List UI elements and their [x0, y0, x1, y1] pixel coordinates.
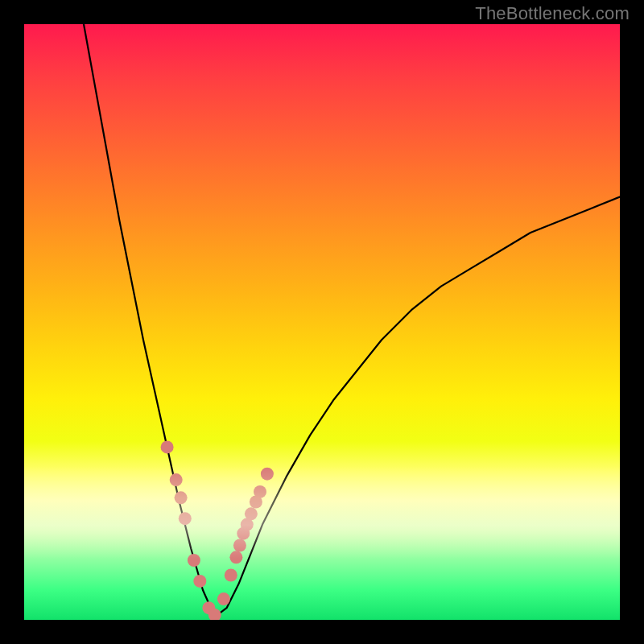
highlight-dot [225, 569, 237, 582]
bottleneck-curve [84, 24, 620, 617]
highlight-dot [175, 491, 188, 504]
highlight-dot [188, 554, 200, 567]
highlight-dot [193, 575, 206, 588]
highlight-dot [261, 468, 274, 481]
highlight-dot [254, 485, 266, 498]
highlight-dot [233, 539, 246, 552]
highlight-dot [245, 507, 258, 520]
highlight-dot [217, 592, 230, 605]
chart-svg [24, 24, 620, 620]
outer-frame: TheBottleneck.com [0, 0, 644, 644]
highlight-dot [170, 473, 183, 486]
highlight-dot [229, 551, 242, 564]
plot-area [24, 24, 620, 620]
highlight-dot [161, 440, 174, 453]
highlight-dot [179, 512, 192, 525]
watermark-text: TheBottleneck.com [475, 3, 630, 24]
